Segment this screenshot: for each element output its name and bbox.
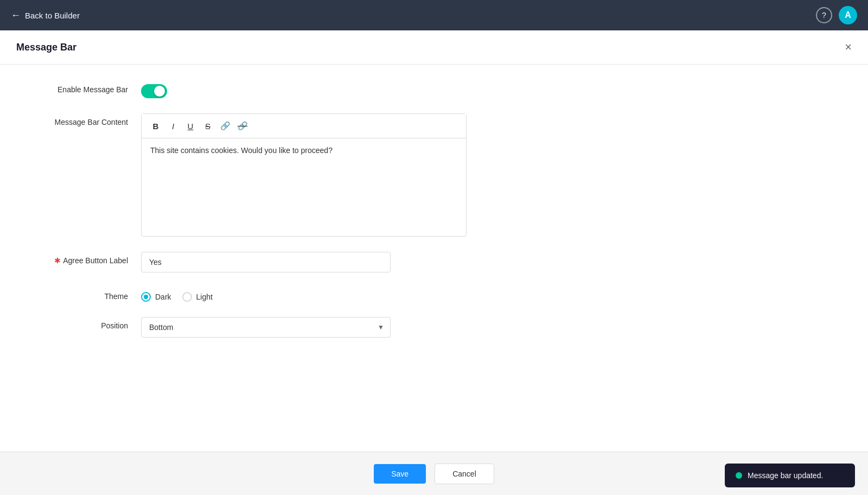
- link-button[interactable]: 🔗: [218, 118, 233, 134]
- theme-dark-option[interactable]: Dark: [141, 292, 171, 302]
- position-control: Bottom Top ▼: [141, 317, 467, 338]
- toggle-thumb: [154, 86, 165, 97]
- enable-control: [141, 81, 467, 98]
- underline-button[interactable]: U: [183, 118, 198, 134]
- toast-success-icon: [736, 472, 742, 479]
- position-select[interactable]: Bottom Top: [141, 317, 391, 338]
- theme-label: Theme: [33, 288, 141, 301]
- back-label: Back to Builder: [25, 11, 80, 20]
- italic-button[interactable]: I: [165, 118, 181, 134]
- nav-right: ? A: [816, 6, 857, 24]
- unlink-icon: 🔗: [238, 121, 248, 131]
- italic-icon: I: [172, 122, 174, 131]
- panel-header: Message Bar ×: [0, 30, 868, 65]
- agree-row: ✱Agree Button Label: [33, 252, 835, 272]
- theme-radio-group: Dark Light: [141, 288, 467, 302]
- agree-input[interactable]: [141, 252, 391, 272]
- link-icon: 🔗: [220, 121, 231, 131]
- enable-label: Enable Message Bar: [33, 81, 141, 94]
- editor-body[interactable]: This site contains cookies. Would you li…: [142, 138, 466, 236]
- content-label: Message Bar Content: [33, 113, 141, 126]
- toggle-wrapper: [141, 81, 467, 98]
- editor-toolbar: B I U S 🔗: [142, 114, 466, 138]
- underline-icon: U: [188, 122, 194, 131]
- position-label: Position: [33, 317, 141, 330]
- enable-toggle[interactable]: [141, 84, 167, 98]
- bold-icon: B: [153, 122, 159, 131]
- back-to-builder-button[interactable]: ← Back to Builder: [11, 10, 80, 21]
- strikethrough-icon: S: [205, 122, 210, 131]
- enable-row: Enable Message Bar: [33, 81, 835, 98]
- form-content: Enable Message Bar Message Bar Content: [0, 65, 868, 369]
- back-arrow-icon: ←: [11, 10, 21, 21]
- panel-title: Message Bar: [16, 42, 76, 53]
- help-icon[interactable]: ?: [816, 7, 832, 23]
- bold-button[interactable]: B: [148, 118, 163, 134]
- position-row: Position Bottom Top ▼: [33, 317, 835, 338]
- top-nav: ← Back to Builder ? A: [0, 0, 868, 30]
- footer: Save Cancel Message bar updated.: [0, 452, 868, 495]
- content-row: Message Bar Content B I U: [33, 113, 835, 237]
- strikethrough-button[interactable]: S: [200, 118, 215, 134]
- close-button[interactable]: ×: [845, 41, 852, 53]
- theme-light-option[interactable]: Light: [182, 292, 213, 302]
- light-label: Light: [196, 293, 213, 301]
- editor-content: This site contains cookies. Would you li…: [150, 146, 333, 155]
- content-control: B I U S 🔗: [141, 113, 467, 237]
- theme-control: Dark Light: [141, 288, 467, 302]
- agree-control: [141, 252, 467, 272]
- dark-label: Dark: [155, 293, 171, 301]
- main-panel: Message Bar × Enable Message Bar Message…: [0, 30, 868, 452]
- light-radio-circle: [182, 292, 192, 302]
- toast-message: Message bar updated.: [748, 471, 823, 480]
- dark-radio-circle: [141, 292, 151, 302]
- agree-label: ✱Agree Button Label: [33, 252, 141, 265]
- avatar[interactable]: A: [839, 6, 857, 24]
- toast-notification: Message bar updated.: [725, 464, 855, 487]
- theme-row: Theme Dark Light: [33, 288, 835, 302]
- unlink-button[interactable]: 🔗: [235, 118, 250, 134]
- toggle-track: [141, 84, 167, 98]
- cancel-button[interactable]: Cancel: [435, 464, 494, 484]
- save-button[interactable]: Save: [374, 464, 426, 484]
- editor-container: B I U S 🔗: [141, 113, 467, 237]
- required-marker: ✱: [54, 256, 61, 265]
- position-select-wrapper: Bottom Top ▼: [141, 317, 391, 338]
- dark-radio-dot: [144, 295, 148, 299]
